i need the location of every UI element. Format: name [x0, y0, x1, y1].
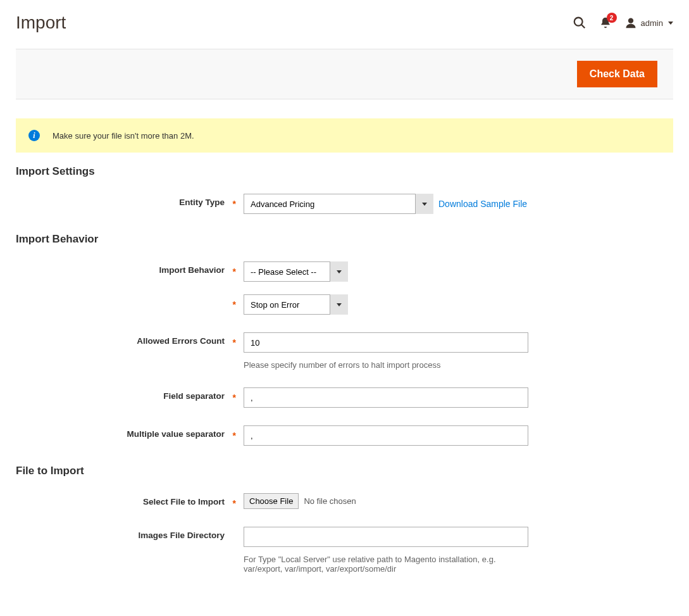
entity-type-row: Entity Type Advanced Pricing Download Sa… — [16, 194, 673, 214]
admin-user-menu[interactable]: admin — [624, 16, 673, 29]
field-separator-label: Field separator — [16, 387, 244, 401]
check-data-button[interactable]: Check Data — [577, 61, 657, 87]
section-title-import-behavior: Import Behavior — [16, 233, 673, 246]
validation-strategy-select[interactable]: Stop on Error — [244, 294, 348, 315]
file-status: No file chosen — [304, 496, 356, 506]
import-behavior-select[interactable]: -- Please Select -- — [244, 261, 348, 282]
import-behavior-row: Import Behavior -- Please Select -- — [16, 261, 673, 282]
search-icon — [573, 16, 587, 30]
section-title-import-settings: Import Settings — [16, 165, 673, 178]
multiple-value-separator-input[interactable] — [244, 425, 528, 446]
import-settings-section: Import Settings Entity Type Advanced Pri… — [0, 165, 689, 214]
multiple-value-separator-row: Multiple value separator — [16, 425, 673, 446]
entity-type-select[interactable]: Advanced Pricing — [244, 194, 433, 214]
images-file-directory-row: Images File Directory For Type "Local Se… — [16, 527, 673, 574]
allowed-errors-label: Allowed Errors Count — [16, 332, 244, 346]
choose-file-button[interactable]: Choose File — [244, 493, 299, 509]
entity-type-label: Entity Type — [16, 194, 244, 207]
header-actions: 2 admin — [573, 16, 673, 30]
svg-line-1 — [581, 25, 585, 28]
multiple-value-separator-label: Multiple value separator — [16, 425, 244, 439]
images-file-directory-hint: For Type "Local Server" use relative pat… — [244, 555, 528, 574]
field-separator-input[interactable] — [244, 387, 528, 408]
admin-username: admin — [641, 18, 663, 28]
allowed-errors-row: Allowed Errors Count Please specify numb… — [16, 332, 673, 370]
notice-message: i Make sure your file isn't more than 2M… — [16, 118, 673, 153]
images-file-directory-label: Images File Directory — [16, 527, 244, 540]
page-header: Import 2 admin — [0, 0, 689, 49]
notifications-badge: 2 — [607, 13, 617, 23]
validation-strategy-label — [16, 294, 244, 298]
svg-point-0 — [574, 18, 582, 26]
select-file-row: Select File to Import Choose File No fil… — [16, 493, 673, 509]
import-behavior-label: Import Behavior — [16, 261, 244, 275]
allowed-errors-input[interactable] — [244, 332, 528, 353]
download-sample-file-link[interactable]: Download Sample File — [438, 199, 527, 209]
section-title-file-to-import: File to Import — [16, 465, 673, 477]
action-bar: Check Data — [16, 49, 673, 99]
notice-text: Make sure your file isn't more than 2M. — [53, 131, 194, 141]
import-behavior-section: Import Behavior Import Behavior -- Pleas… — [0, 233, 689, 446]
info-icon: i — [28, 130, 40, 141]
page-title: Import — [16, 13, 66, 33]
file-to-import-section: File to Import Select File to Import Cho… — [0, 465, 689, 574]
validation-strategy-row: Stop on Error — [16, 294, 673, 315]
chevron-down-icon — [668, 22, 673, 25]
field-separator-row: Field separator — [16, 387, 673, 408]
notifications-button[interactable]: 2 — [599, 16, 612, 29]
images-file-directory-input[interactable] — [244, 527, 528, 547]
allowed-errors-hint: Please specify number of errors to halt … — [244, 360, 673, 370]
svg-point-2 — [628, 18, 633, 23]
user-icon — [624, 16, 637, 29]
search-button[interactable] — [573, 16, 587, 30]
select-file-label: Select File to Import — [16, 493, 244, 506]
